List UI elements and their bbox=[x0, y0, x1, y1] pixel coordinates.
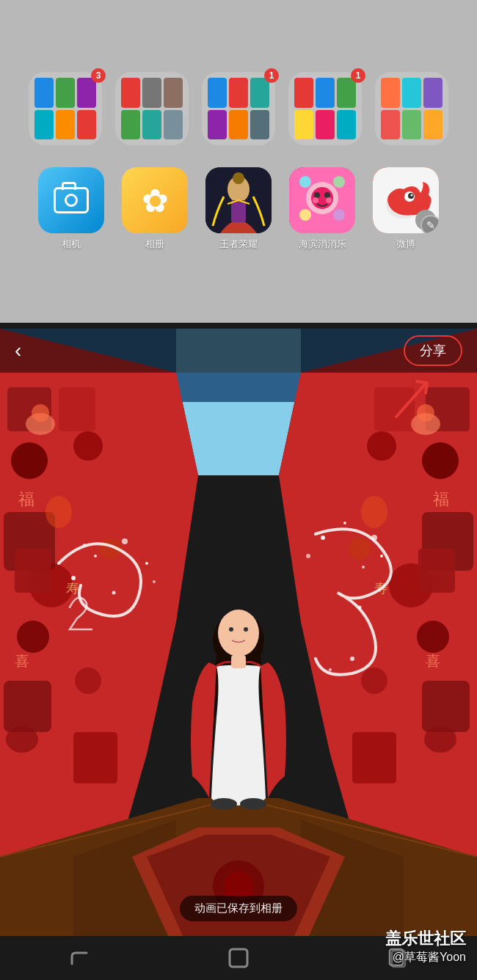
game-label: 王者荣耀 bbox=[219, 238, 258, 251]
candy-icon-svg bbox=[289, 167, 355, 233]
mini-icon bbox=[164, 110, 183, 140]
badge-1: 3 bbox=[91, 68, 106, 83]
svg-point-77 bbox=[218, 610, 259, 657]
mini-icon bbox=[337, 110, 356, 140]
svg-rect-35 bbox=[15, 549, 51, 593]
mini-icon bbox=[381, 110, 400, 140]
svg-point-30 bbox=[73, 431, 103, 461]
svg-rect-62 bbox=[352, 732, 396, 783]
app-folder-4[interactable]: 1 bbox=[288, 72, 362, 145]
svg-point-8 bbox=[324, 192, 330, 198]
mini-icon bbox=[121, 110, 140, 140]
svg-text:喜: 喜 bbox=[426, 653, 440, 669]
svg-text:喜: 喜 bbox=[15, 653, 29, 669]
app-candy[interactable]: 海滨消消乐 bbox=[285, 167, 359, 251]
svg-point-12 bbox=[333, 176, 345, 188]
svg-point-97 bbox=[306, 554, 310, 558]
home-screen: 3 1 1 bbox=[0, 0, 477, 323]
svg-point-82 bbox=[240, 798, 266, 810]
svg-point-60 bbox=[424, 726, 456, 753]
camera-label: 相机 bbox=[62, 238, 81, 251]
mini-icon bbox=[294, 78, 313, 108]
svg-point-7 bbox=[314, 192, 320, 198]
mini-icon bbox=[208, 110, 227, 140]
mini-icon bbox=[34, 110, 54, 140]
svg-point-83 bbox=[71, 576, 76, 580]
camera-body-icon bbox=[54, 187, 89, 213]
svg-point-10 bbox=[326, 197, 332, 203]
svg-point-91 bbox=[350, 657, 354, 661]
svg-point-59 bbox=[349, 538, 371, 560]
watermark-main-text: 盖乐世社区 bbox=[385, 928, 466, 950]
mini-icon bbox=[423, 78, 443, 108]
svg-rect-99 bbox=[230, 949, 247, 967]
svg-point-14 bbox=[333, 209, 345, 221]
mini-icon bbox=[142, 110, 161, 140]
share-button[interactable]: 分享 bbox=[404, 335, 462, 366]
svg-point-84 bbox=[94, 555, 97, 557]
badge-4: 1 bbox=[351, 68, 365, 83]
svg-rect-37 bbox=[4, 681, 51, 732]
mini-icon bbox=[142, 78, 161, 108]
app-camera[interactable]: 相机 bbox=[34, 167, 108, 251]
svg-point-49 bbox=[422, 442, 459, 479]
app-folder-2[interactable] bbox=[115, 72, 189, 145]
album-icon: ✿ bbox=[122, 167, 188, 233]
mini-icon bbox=[402, 110, 421, 140]
saved-notice: 动画已保存到相册 bbox=[180, 896, 297, 921]
mini-icon bbox=[316, 78, 335, 108]
svg-text:福: 福 bbox=[433, 490, 449, 508]
svg-point-87 bbox=[321, 535, 325, 540]
nav-home-button[interactable] bbox=[216, 943, 261, 973]
camera-lens-icon bbox=[65, 194, 78, 207]
svg-point-61 bbox=[361, 668, 387, 694]
app-game[interactable]: 王者荣耀 bbox=[202, 167, 275, 251]
apps-row: 相机 ✿ 相册 bbox=[34, 167, 443, 251]
svg-point-89 bbox=[371, 535, 377, 541]
svg-point-29 bbox=[11, 442, 48, 479]
svg-point-36 bbox=[17, 621, 49, 653]
candy-label: 海滨消消乐 bbox=[299, 238, 346, 251]
svg-point-96 bbox=[362, 566, 365, 568]
app-album[interactable]: ✿ 相册 bbox=[118, 167, 192, 251]
svg-rect-42 bbox=[73, 732, 117, 783]
mini-icon bbox=[56, 110, 75, 140]
nav-home-icon bbox=[227, 947, 250, 969]
svg-point-94 bbox=[83, 544, 86, 546]
mini-icon bbox=[229, 78, 248, 108]
back-button[interactable]: ‹ bbox=[15, 339, 21, 362]
mini-icon bbox=[77, 78, 96, 108]
app-folder-1[interactable]: 3 bbox=[29, 72, 102, 145]
svg-point-50 bbox=[367, 431, 396, 461]
mini-icon bbox=[294, 110, 313, 140]
mini-icon bbox=[337, 78, 356, 108]
mini-icon bbox=[381, 78, 400, 108]
candy-icon bbox=[289, 167, 355, 233]
svg-point-81 bbox=[211, 798, 237, 810]
svg-point-85 bbox=[122, 538, 128, 544]
svg-point-90 bbox=[380, 555, 383, 557]
svg-point-11 bbox=[299, 176, 311, 188]
mini-icon bbox=[164, 78, 183, 108]
app-folder-5[interactable] bbox=[375, 72, 448, 145]
photo-svg: 福 寿 喜 福 寿 喜 bbox=[0, 329, 477, 937]
mini-icon bbox=[77, 110, 96, 140]
mini-icon bbox=[423, 110, 443, 140]
watermark-sub-text: @草莓酱Yoon bbox=[385, 950, 466, 965]
svg-point-92 bbox=[329, 668, 332, 671]
svg-text:寿: 寿 bbox=[66, 581, 79, 596]
mini-icon bbox=[402, 78, 421, 108]
mini-icon bbox=[229, 110, 248, 140]
svg-text:福: 福 bbox=[18, 490, 34, 508]
mini-icon bbox=[250, 78, 269, 108]
svg-rect-3 bbox=[231, 200, 246, 222]
weibo-label: 微博 bbox=[396, 238, 415, 251]
app-weibo[interactable]: ✎ 微博 bbox=[369, 167, 443, 251]
svg-point-40 bbox=[6, 726, 38, 753]
svg-point-56 bbox=[417, 621, 449, 653]
svg-point-95 bbox=[358, 606, 362, 610]
app-folder-3[interactable]: 1 bbox=[202, 72, 275, 145]
viewer-topbar: ‹ 分享 bbox=[0, 329, 477, 373]
svg-point-38 bbox=[45, 496, 72, 528]
nav-back-button[interactable] bbox=[57, 943, 101, 973]
